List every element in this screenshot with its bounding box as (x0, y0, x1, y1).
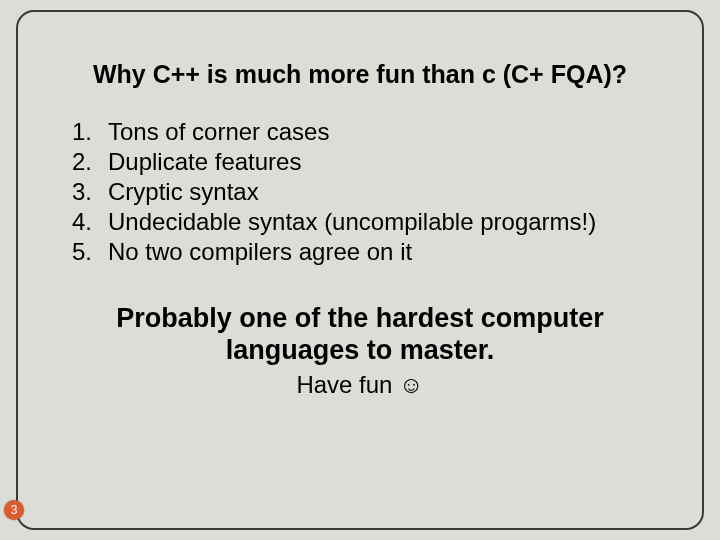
numbered-list: 1. Tons of corner cases 2. Duplicate fea… (64, 117, 672, 267)
slide-subtitle: Probably one of the hardest computer lan… (48, 303, 672, 367)
list-item-number: 3. (64, 177, 98, 207)
list-item-number: 2. (64, 147, 98, 177)
list-item-number: 1. (64, 117, 98, 147)
list-item-text: Cryptic syntax (98, 177, 672, 207)
list-item-text: Tons of corner cases (98, 117, 672, 147)
list-item-text: Duplicate features (98, 147, 672, 177)
slide-title: Why C++ is much more fun than c (C+ FQA)… (48, 60, 672, 89)
list-item: 3. Cryptic syntax (64, 177, 672, 207)
list-item: 5. No two compilers agree on it (64, 237, 672, 267)
list-item-number: 4. (64, 207, 98, 237)
list-item-text: No two compilers agree on it (98, 237, 672, 267)
page-number-badge: 3 (4, 500, 24, 520)
list-item: 2. Duplicate features (64, 147, 672, 177)
list-item-text: Undecidable syntax (uncompilable progarm… (98, 207, 672, 237)
list-item: 1. Tons of corner cases (64, 117, 672, 147)
slide-content: Why C++ is much more fun than c (C+ FQA)… (48, 60, 672, 399)
slide-closing: Have fun ☺ (48, 371, 672, 399)
list-item: 4. Undecidable syntax (uncompilable prog… (64, 207, 672, 237)
list-item-number: 5. (64, 237, 98, 267)
